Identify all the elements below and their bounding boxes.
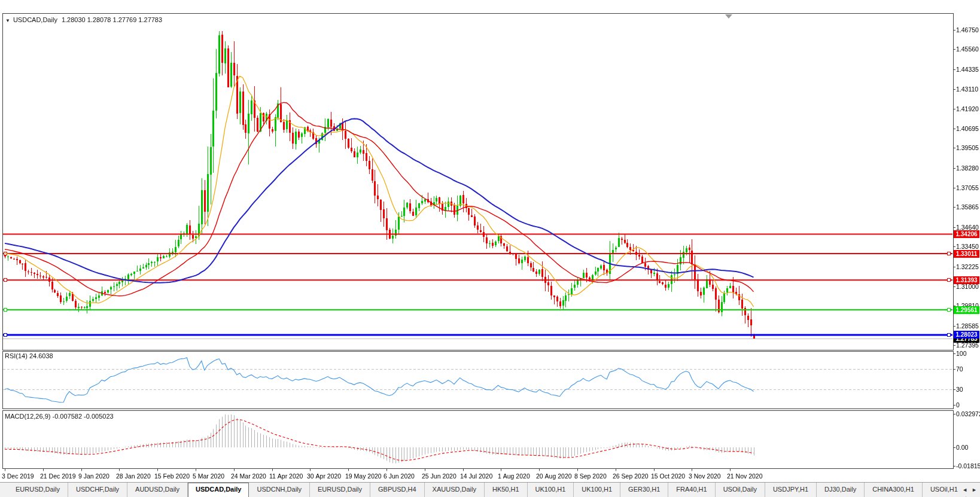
symbol-tab-usdcnh-daily[interactable]: USDCNH,Daily [249, 483, 310, 497]
chart-title: ▼USDCAD,Daily1.28030 1.28078 1.27769 1.2… [5, 16, 162, 23]
symbol-tab-uk100-h1[interactable]: UK100,H1 [574, 483, 620, 497]
symbol-tab-usoil-daily[interactable]: USOil,Daily [716, 483, 765, 497]
price-level-badge: 1.34206 [954, 230, 979, 238]
price-level-badge: 1.29561 [954, 306, 979, 314]
symbol-tab-xauusd-daily[interactable]: XAUUSD,Daily [425, 483, 485, 497]
price-level-badge: 1.33011 [954, 250, 979, 258]
price-level-badge: 1.31393 [954, 276, 979, 284]
symbol-tab-bar: EURUSD,DailyUSDCHF,DailyAUDUSD,DailyUSDC… [0, 482, 980, 497]
chart-ohlc-values: 1.28030 1.28078 1.27769 1.27783 [62, 16, 162, 23]
symbol-tab-fra40-h1[interactable]: FRA40,H1 [668, 483, 715, 497]
rsi-indicator-label: RSI(14) 24.6038 [5, 352, 53, 359]
price-level-badge: 1.28023 [954, 331, 979, 339]
collapse-arrow-icon[interactable]: ▼ [5, 18, 10, 23]
symbol-tab-china300-h1[interactable]: CHINA300,H1 [865, 483, 923, 497]
symbol-tab-usdchf-daily[interactable]: USDCHF,Daily [68, 483, 127, 497]
symbol-tab-hk50-h1[interactable]: HK50,H1 [485, 483, 528, 497]
macd-indicator-label: MACD(12,26,9) -0.007582 -0.005023 [5, 413, 114, 420]
tab-scroll-controls: ◄ ► [959, 483, 980, 496]
symbol-tab-eurusd-daily[interactable]: EURUSD,Daily [8, 483, 68, 497]
chart-symbol-label: USDCAD,Daily [13, 16, 57, 23]
symbol-tab-eurusd-daily[interactable]: EURUSD,Daily [310, 483, 370, 497]
symbol-tab-usdjpy-h1[interactable]: USDJPY,H1 [765, 483, 817, 497]
symbol-tab-audusd-daily[interactable]: AUDUSD,Daily [127, 483, 188, 497]
tab-scroll-right-icon[interactable]: ► [972, 487, 977, 493]
tab-scroll-left-icon[interactable]: ◄ [962, 487, 967, 493]
symbol-tab-gbpusd-h4[interactable]: GBPUSD,H4 [370, 483, 425, 497]
symbol-tab-dj30-daily[interactable]: DJ30,Daily [817, 483, 865, 497]
symbol-tab-usdcad-daily[interactable]: USDCAD,Daily [188, 483, 249, 497]
symbol-tab-ger30-h1[interactable]: GER30,H1 [620, 483, 668, 497]
price-chart-canvas[interactable] [0, 0, 980, 497]
symbol-tab-uk100-h1[interactable]: UK100,H1 [528, 483, 574, 497]
mt4-chart-window: ▼ M1M5M15M30H1H4D1W1MN ▼USDCAD,Daily1.28… [0, 0, 980, 497]
